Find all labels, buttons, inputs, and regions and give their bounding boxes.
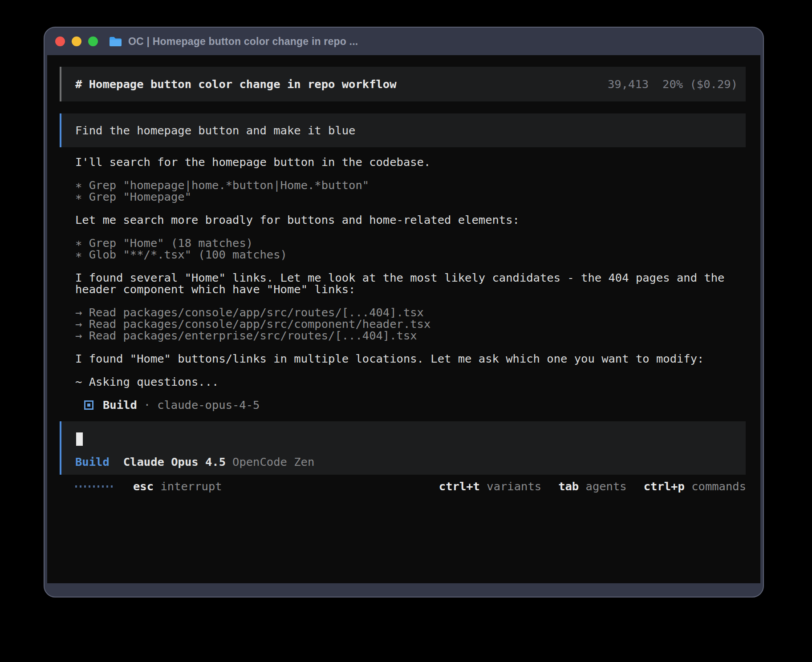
spinner-dot (84, 485, 86, 488)
agent-status-line: Build · claude-opus-4-5 (75, 399, 746, 411)
agents-hint: tab agents (558, 480, 627, 492)
tool-call-read: → Read packages/enterprise/src/routes/[.… (75, 330, 746, 341)
session-stats: 39,413 20% ($0.29) (608, 78, 738, 90)
spinner-dot (106, 485, 108, 488)
tool-call-grep: ∗ Grep "Homepage" (75, 191, 746, 202)
assistant-working-status: ~ Asking questions... (75, 376, 746, 388)
assistant-text: I'll search for the homepage button in t… (75, 156, 746, 168)
assistant-text: I found several "Home" links. Let me loo… (75, 272, 746, 295)
variants-hint: ctrl+t variants (439, 480, 541, 492)
assistant-text: I found "Home" buttons/links in multiple… (75, 353, 746, 364)
provider-label: OpenCode Zen (232, 456, 314, 468)
hint-key: esc (133, 480, 154, 493)
close-button[interactable] (55, 36, 65, 46)
spinner-dot (89, 485, 90, 488)
tool-call-group: ∗ Grep "homepage|home.*button|Home.*butt… (75, 179, 746, 202)
separator-dot: · (144, 399, 150, 411)
prompt-input[interactable]: Build Claude Opus 4.5 OpenCode Zen (60, 421, 746, 475)
title-bar: OC | Homepage button color change in rep… (45, 28, 763, 55)
assistant-transcript: I'll search for the homepage button in t… (75, 156, 746, 411)
model-row: Build Claude Opus 4.5 OpenCode Zen (75, 456, 746, 468)
window-controls (55, 36, 98, 46)
assistant-text: Let me search more broadly for buttons a… (75, 214, 746, 226)
folder-icon (109, 36, 122, 47)
terminal-content: # Homepage button color change in repo w… (47, 55, 760, 583)
user-message-text: Find the homepage button and make it blu… (75, 125, 355, 136)
spinner-dot (80, 485, 81, 488)
agent-name: Build (103, 399, 137, 411)
tool-call-glob: ∗ Glob "**/*.tsx" (100 matches) (75, 249, 746, 260)
commands-hint: ctrl+p commands (644, 480, 746, 492)
spinner-dot (102, 485, 104, 488)
tool-call-group: ∗ Grep "Home" (18 matches) ∗ Glob "**/*.… (75, 237, 746, 260)
token-count: 39,413 (608, 78, 649, 90)
tool-call-grep: ∗ Grep "Home" (18 matches) (75, 237, 746, 249)
window-bottom-frame (45, 583, 763, 597)
terminal-window: OC | Homepage button color change in rep… (44, 27, 764, 597)
spinner-dot (97, 485, 99, 488)
spinner-dot (93, 485, 95, 488)
hint-label (154, 480, 160, 493)
tool-call-group: → Read packages/console/app/src/routes/[… (75, 307, 746, 341)
spinner-dots (75, 485, 113, 488)
model-label: Claude Opus 4.5 (123, 456, 226, 468)
tool-call-read: → Read packages/console/app/src/routes/[… (75, 307, 746, 318)
agent-model: claude-opus-4-5 (157, 399, 260, 411)
tool-call-grep: ∗ Grep "homepage|home.*button|Home.*butt… (75, 179, 746, 191)
minimize-button[interactable] (72, 36, 81, 46)
spinner-dot (75, 485, 77, 488)
spinner-dot (111, 485, 113, 488)
text-cursor (76, 432, 83, 446)
status-bar: esc interrupt ctrl+t variants tab agents… (75, 480, 746, 492)
zoom-button[interactable] (88, 36, 98, 46)
agent-build-icon (84, 400, 93, 410)
interrupt-hint: esc interrupt (133, 480, 222, 492)
session-header: # Homepage button color change in repo w… (60, 67, 746, 101)
tool-call-read: → Read packages/console/app/src/componen… (75, 318, 746, 330)
mode-label: Build (75, 456, 110, 468)
shortcut-hints: ctrl+t variants tab agents ctrl+p comman… (439, 480, 746, 492)
context-cost: 20% ($0.29) (662, 78, 738, 90)
user-message: Find the homepage button and make it blu… (60, 113, 746, 147)
session-title: # Homepage button color change in repo w… (75, 78, 397, 90)
window-title: OC | Homepage button color change in rep… (128, 36, 358, 48)
